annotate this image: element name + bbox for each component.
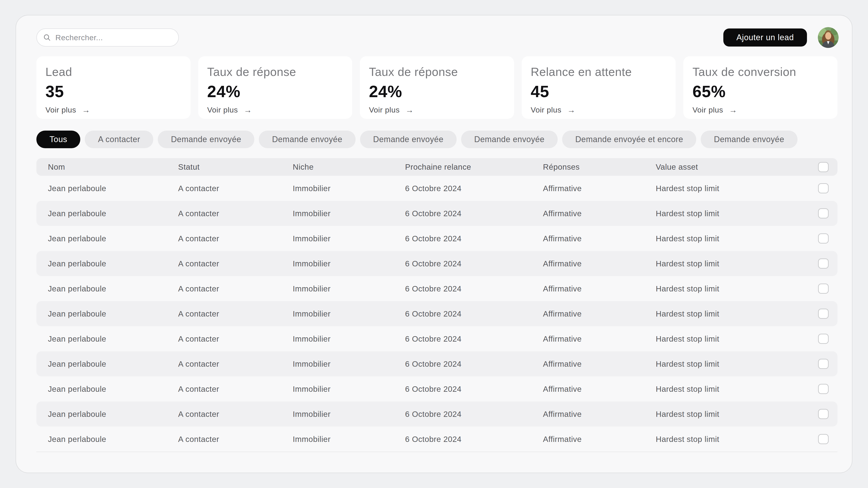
cell-nom: Jean perlaboule	[48, 334, 178, 344]
cell-value_asset: Hardest stop limit	[656, 184, 818, 193]
cell-value_asset: Hardest stop limit	[656, 259, 818, 268]
cell-value_asset: Hardest stop limit	[656, 284, 818, 293]
stat-card-see-more-label: Voir plus	[531, 105, 561, 114]
stat-card-see-more-link[interactable]: Voir plus →	[369, 101, 414, 115]
arrow-right-icon: →	[729, 105, 737, 115]
cell-statut: A contacter	[178, 209, 293, 218]
filter-chip-0[interactable]: Tous	[36, 131, 80, 148]
cell-nom: Jean perlaboule	[48, 259, 178, 268]
cell-value_asset: Hardest stop limit	[656, 234, 818, 243]
stat-card-see-more-label: Voir plus	[45, 105, 76, 114]
column-header-reponses: Réponses	[543, 162, 656, 171]
row-checkbox[interactable]	[818, 233, 829, 243]
arrow-right-icon: →	[567, 105, 576, 115]
cell-prochaine_relance: 6 Octobre 2024	[405, 209, 543, 218]
stat-card-value: 45	[531, 82, 667, 101]
cell-reponses: Affirmative	[543, 209, 656, 218]
cell-prochaine_relance: 6 Octobre 2024	[405, 359, 543, 368]
stat-card-see-more-link[interactable]: Voir plus →	[531, 101, 576, 115]
stat-card-see-more-link[interactable]: Voir plus →	[207, 101, 252, 115]
stat-card-see-more-link[interactable]: Voir plus →	[45, 101, 90, 115]
cell-statut: A contacter	[178, 435, 293, 444]
row-checkbox[interactable]	[818, 183, 829, 193]
cell-niche: Immobilier	[293, 184, 405, 193]
row-checkbox[interactable]	[818, 359, 829, 369]
stat-card: Taux de réponse 24% Voir plus →	[360, 56, 514, 119]
cell-niche: Immobilier	[293, 435, 405, 444]
search-box[interactable]	[36, 29, 179, 46]
stat-card: Relance en attente 45 Voir plus →	[522, 56, 676, 119]
arrow-right-icon: →	[82, 105, 90, 115]
table-row: Jean perlabouleA contacterImmobilier6 Oc…	[36, 301, 837, 326]
row-checkbox[interactable]	[818, 258, 829, 269]
cell-niche: Immobilier	[293, 334, 405, 344]
table-row: Jean perlabouleA contacterImmobilier6 Oc…	[36, 251, 837, 276]
cell-value_asset: Hardest stop limit	[656, 359, 818, 368]
cell-value_asset: Hardest stop limit	[656, 209, 818, 218]
cell-nom: Jean perlaboule	[48, 184, 178, 193]
stat-card-value: 24%	[369, 82, 505, 101]
cell-value_asset: Hardest stop limit	[656, 309, 818, 318]
row-checkbox[interactable]	[818, 208, 829, 219]
column-header-statut: Statut	[178, 162, 293, 171]
cell-value_asset: Hardest stop limit	[656, 410, 818, 419]
table-row: Jean perlabouleA contacterImmobilier6 Oc…	[36, 351, 837, 377]
row-checkbox[interactable]	[818, 384, 829, 394]
search-input[interactable]	[55, 33, 173, 42]
cell-reponses: Affirmative	[543, 234, 656, 243]
cell-prochaine_relance: 6 Octobre 2024	[405, 259, 543, 268]
filter-chip-2[interactable]: Demande envoyée	[158, 131, 254, 148]
cell-reponses: Affirmative	[543, 410, 656, 419]
cell-reponses: Affirmative	[543, 284, 656, 293]
table-row: Jean perlabouleA contacterImmobilier6 Oc…	[36, 176, 837, 201]
filter-chip-3[interactable]: Demande envoyée	[259, 131, 355, 148]
table-row: Jean perlabouleA contacterImmobilier6 Oc…	[36, 276, 837, 301]
cell-prochaine_relance: 6 Octobre 2024	[405, 385, 543, 394]
cell-reponses: Affirmative	[543, 184, 656, 193]
cell-prochaine_relance: 6 Octobre 2024	[405, 184, 543, 193]
main-panel: Ajouter un lead Lead 35	[16, 15, 852, 473]
stat-card-value: 24%	[207, 82, 343, 101]
stat-card-label: Relance en attente	[531, 66, 667, 78]
cell-nom: Jean perlaboule	[48, 309, 178, 318]
cell-nom: Jean perlaboule	[48, 385, 178, 394]
table-row: Jean perlabouleA contacterImmobilier6 Oc…	[36, 326, 837, 351]
stat-card-see-more-label: Voir plus	[692, 105, 723, 114]
filter-chip-6[interactable]: Demande envoyée et encore	[562, 131, 696, 148]
cell-reponses: Affirmative	[543, 435, 656, 444]
table-row: Jean perlabouleA contacterImmobilier6 Oc…	[36, 201, 837, 226]
column-header-prochaine_relance: Prochaine relance	[405, 162, 543, 171]
cell-niche: Immobilier	[293, 309, 405, 318]
stat-card-see-more-link[interactable]: Voir plus →	[692, 101, 737, 115]
table-row: Jean perlabouleA contacterImmobilier6 Oc…	[36, 226, 837, 251]
select-all-checkbox[interactable]	[818, 162, 829, 172]
cell-niche: Immobilier	[293, 209, 405, 218]
cell-reponses: Affirmative	[543, 385, 656, 394]
filter-chip-4[interactable]: Demande envoyée	[360, 131, 457, 148]
arrow-right-icon: →	[405, 105, 414, 115]
cell-value_asset: Hardest stop limit	[656, 435, 818, 444]
stat-card-value: 35	[45, 82, 182, 101]
filter-chip-7[interactable]: Demande envoyée	[701, 131, 797, 148]
cell-statut: A contacter	[178, 309, 293, 318]
cell-reponses: Affirmative	[543, 259, 656, 268]
stat-card-value: 65%	[692, 82, 829, 101]
row-checkbox[interactable]	[818, 409, 829, 419]
stats-row: Lead 35 Voir plus → Taux de réponse 24% …	[36, 56, 837, 119]
cell-prochaine_relance: 6 Octobre 2024	[405, 234, 543, 243]
row-checkbox[interactable]	[818, 434, 829, 444]
search-icon	[43, 33, 51, 42]
avatar[interactable]	[818, 27, 839, 48]
row-checkbox[interactable]	[818, 308, 829, 319]
stat-card-label: Taux de conversion	[692, 66, 829, 78]
row-checkbox[interactable]	[818, 334, 829, 344]
add-lead-button[interactable]: Ajouter un lead	[723, 29, 807, 46]
filter-chip-5[interactable]: Demande envoyée	[461, 131, 558, 148]
cell-statut: A contacter	[178, 259, 293, 268]
cell-value_asset: Hardest stop limit	[656, 385, 818, 394]
row-checkbox[interactable]	[818, 284, 829, 294]
top-bar: Ajouter un lead	[36, 27, 839, 48]
cell-nom: Jean perlaboule	[48, 410, 178, 419]
cell-niche: Immobilier	[293, 259, 405, 268]
filter-chip-1[interactable]: A contacter	[85, 131, 153, 148]
